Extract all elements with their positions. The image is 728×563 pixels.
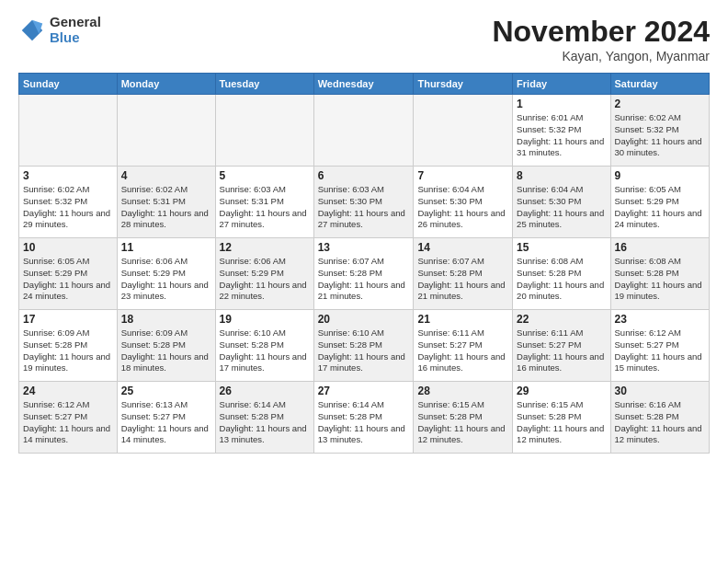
day-cell: 5Sunrise: 6:03 AMSunset: 5:31 PMDaylight… <box>215 167 313 238</box>
day-cell <box>313 95 414 167</box>
day-info: Sunrise: 6:14 AMSunset: 5:28 PMDaylight:… <box>318 399 410 446</box>
day-cell: 28Sunrise: 6:15 AMSunset: 5:28 PMDayligh… <box>414 382 513 454</box>
day-cell <box>414 95 513 167</box>
day-number: 25 <box>121 385 211 397</box>
day-number: 23 <box>615 313 705 326</box>
header-cell-wednesday: Wednesday <box>313 74 414 95</box>
day-info: Sunrise: 6:15 AMSunset: 5:28 PMDaylight:… <box>417 399 508 446</box>
day-info: Sunrise: 6:06 AMSunset: 5:29 PMDaylight:… <box>121 256 211 303</box>
week-row-4: 17Sunrise: 6:09 AMSunset: 5:28 PMDayligh… <box>19 310 710 382</box>
logo-icon <box>18 17 46 44</box>
day-number: 13 <box>318 241 410 254</box>
day-cell: 25Sunrise: 6:13 AMSunset: 5:27 PMDayligh… <box>117 382 215 454</box>
day-number: 28 <box>417 385 508 397</box>
day-info: Sunrise: 6:13 AMSunset: 5:27 PMDaylight:… <box>121 399 211 446</box>
day-cell: 7Sunrise: 6:04 AMSunset: 5:30 PMDaylight… <box>414 167 513 238</box>
week-row-3: 10Sunrise: 6:05 AMSunset: 5:29 PMDayligh… <box>19 238 710 310</box>
day-number: 1 <box>517 98 606 110</box>
month-title: November 2024 <box>492 15 710 49</box>
day-info: Sunrise: 6:16 AMSunset: 5:28 PMDaylight:… <box>615 399 705 446</box>
day-cell: 13Sunrise: 6:07 AMSunset: 5:28 PMDayligh… <box>313 238 414 310</box>
day-number: 17 <box>23 313 113 326</box>
header-cell-thursday: Thursday <box>414 74 513 95</box>
header-cell-monday: Monday <box>117 74 215 95</box>
day-info: Sunrise: 6:12 AMSunset: 5:27 PMDaylight:… <box>23 399 113 446</box>
day-number: 29 <box>517 385 606 397</box>
day-number: 24 <box>23 385 113 397</box>
day-number: 30 <box>615 385 705 397</box>
day-number: 2 <box>615 98 705 110</box>
day-cell: 20Sunrise: 6:10 AMSunset: 5:28 PMDayligh… <box>313 310 414 382</box>
header-row: SundayMondayTuesdayWednesdayThursdayFrid… <box>19 74 710 95</box>
day-info: Sunrise: 6:05 AMSunset: 5:29 PMDaylight:… <box>615 184 705 231</box>
logo-text: General Blue <box>50 15 101 45</box>
day-info: Sunrise: 6:07 AMSunset: 5:28 PMDaylight:… <box>417 256 508 303</box>
day-number: 3 <box>23 169 113 182</box>
day-number: 20 <box>318 313 410 326</box>
day-info: Sunrise: 6:02 AMSunset: 5:32 PMDaylight:… <box>23 184 113 231</box>
day-cell: 26Sunrise: 6:14 AMSunset: 5:28 PMDayligh… <box>215 382 313 454</box>
week-row-2: 3Sunrise: 6:02 AMSunset: 5:32 PMDaylight… <box>19 167 710 238</box>
day-cell: 24Sunrise: 6:12 AMSunset: 5:27 PMDayligh… <box>19 382 118 454</box>
day-info: Sunrise: 6:07 AMSunset: 5:28 PMDaylight:… <box>318 256 410 303</box>
day-cell: 14Sunrise: 6:07 AMSunset: 5:28 PMDayligh… <box>414 238 513 310</box>
day-number: 27 <box>318 385 410 397</box>
header-cell-sunday: Sunday <box>19 74 118 95</box>
day-cell: 30Sunrise: 6:16 AMSunset: 5:28 PMDayligh… <box>610 382 709 454</box>
day-info: Sunrise: 6:02 AMSunset: 5:32 PMDaylight:… <box>615 112 705 159</box>
day-cell: 11Sunrise: 6:06 AMSunset: 5:29 PMDayligh… <box>117 238 215 310</box>
day-cell: 2Sunrise: 6:02 AMSunset: 5:32 PMDaylight… <box>610 95 709 167</box>
page: General Blue November 2024 Kayan, Yangon… <box>0 0 728 563</box>
logo-general-text: General <box>50 15 101 30</box>
day-info: Sunrise: 6:03 AMSunset: 5:30 PMDaylight:… <box>318 184 410 231</box>
day-info: Sunrise: 6:10 AMSunset: 5:28 PMDaylight:… <box>220 327 310 374</box>
day-cell: 9Sunrise: 6:05 AMSunset: 5:29 PMDaylight… <box>610 167 709 238</box>
day-info: Sunrise: 6:11 AMSunset: 5:27 PMDaylight:… <box>517 327 606 374</box>
day-cell: 17Sunrise: 6:09 AMSunset: 5:28 PMDayligh… <box>19 310 118 382</box>
day-info: Sunrise: 6:10 AMSunset: 5:28 PMDaylight:… <box>318 327 410 374</box>
header-cell-friday: Friday <box>513 74 610 95</box>
day-number: 4 <box>121 169 211 182</box>
week-row-1: 1Sunrise: 6:01 AMSunset: 5:32 PMDaylight… <box>19 95 710 167</box>
day-info: Sunrise: 6:11 AMSunset: 5:27 PMDaylight:… <box>417 327 508 374</box>
day-info: Sunrise: 6:03 AMSunset: 5:31 PMDaylight:… <box>220 184 310 231</box>
header-cell-tuesday: Tuesday <box>215 74 313 95</box>
title-area: November 2024 Kayan, Yangon, Myanmar <box>492 15 710 63</box>
day-info: Sunrise: 6:04 AMSunset: 5:30 PMDaylight:… <box>417 184 508 231</box>
day-info: Sunrise: 6:14 AMSunset: 5:28 PMDaylight:… <box>220 399 310 446</box>
day-cell: 29Sunrise: 6:15 AMSunset: 5:28 PMDayligh… <box>513 382 610 454</box>
day-info: Sunrise: 6:15 AMSunset: 5:28 PMDaylight:… <box>517 399 606 446</box>
day-cell: 22Sunrise: 6:11 AMSunset: 5:27 PMDayligh… <box>513 310 610 382</box>
day-cell <box>117 95 215 167</box>
day-info: Sunrise: 6:05 AMSunset: 5:29 PMDaylight:… <box>23 256 113 303</box>
day-info: Sunrise: 6:02 AMSunset: 5:31 PMDaylight:… <box>121 184 211 231</box>
day-number: 26 <box>220 385 310 397</box>
day-number: 12 <box>220 241 310 254</box>
day-cell: 12Sunrise: 6:06 AMSunset: 5:29 PMDayligh… <box>215 238 313 310</box>
day-info: Sunrise: 6:04 AMSunset: 5:30 PMDaylight:… <box>517 184 606 231</box>
day-info: Sunrise: 6:09 AMSunset: 5:28 PMDaylight:… <box>23 327 113 374</box>
day-cell: 18Sunrise: 6:09 AMSunset: 5:28 PMDayligh… <box>117 310 215 382</box>
day-cell <box>19 95 118 167</box>
header-cell-saturday: Saturday <box>610 74 709 95</box>
day-cell: 19Sunrise: 6:10 AMSunset: 5:28 PMDayligh… <box>215 310 313 382</box>
day-number: 16 <box>615 241 705 254</box>
day-number: 11 <box>121 241 211 254</box>
day-number: 6 <box>318 169 410 182</box>
week-row-5: 24Sunrise: 6:12 AMSunset: 5:27 PMDayligh… <box>19 382 710 454</box>
day-number: 8 <box>517 169 606 182</box>
day-number: 5 <box>220 169 310 182</box>
logo: General Blue <box>18 15 101 45</box>
day-cell: 3Sunrise: 6:02 AMSunset: 5:32 PMDaylight… <box>19 167 118 238</box>
day-number: 7 <box>417 169 508 182</box>
day-cell: 16Sunrise: 6:08 AMSunset: 5:28 PMDayligh… <box>610 238 709 310</box>
day-number: 15 <box>517 241 606 254</box>
day-cell: 10Sunrise: 6:05 AMSunset: 5:29 PMDayligh… <box>19 238 118 310</box>
day-cell: 8Sunrise: 6:04 AMSunset: 5:30 PMDaylight… <box>513 167 610 238</box>
logo-blue-text: Blue <box>50 30 101 46</box>
day-cell: 21Sunrise: 6:11 AMSunset: 5:27 PMDayligh… <box>414 310 513 382</box>
day-cell: 6Sunrise: 6:03 AMSunset: 5:30 PMDaylight… <box>313 167 414 238</box>
day-number: 9 <box>615 169 705 182</box>
day-cell: 23Sunrise: 6:12 AMSunset: 5:27 PMDayligh… <box>610 310 709 382</box>
day-number: 14 <box>417 241 508 254</box>
